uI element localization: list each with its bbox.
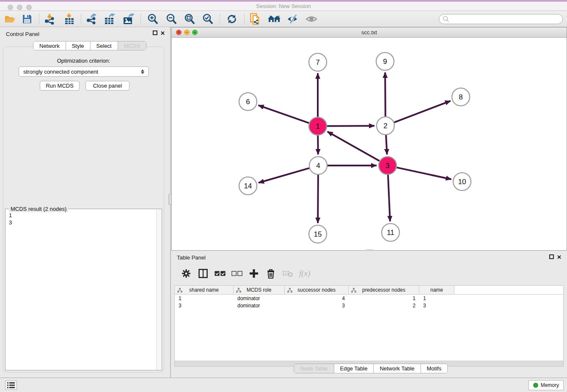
- graph-node-7[interactable]: 7: [309, 53, 327, 71]
- table-row[interactable]: 3 dominator 3 2 3: [175, 302, 563, 309]
- window-title: Session: New Session: [0, 3, 567, 9]
- show-graphics-details-button[interactable]: [305, 13, 318, 25]
- optimization-criterion-label: Optimization criterion:: [0, 58, 167, 64]
- svg-text:1: 1: [316, 122, 319, 130]
- graph-node-3[interactable]: 3: [379, 157, 396, 174]
- graph-edge-4-14[interactable]: [259, 168, 309, 183]
- graph-node-2[interactable]: 2: [377, 117, 394, 135]
- mcds-result-legend: MCDS result (2 nodes): [9, 206, 68, 212]
- task-history-button[interactable]: [5, 381, 17, 390]
- graph-edge-4-15[interactable]: [318, 175, 318, 223]
- export-table-button[interactable]: [103, 13, 117, 25]
- tab-node-table[interactable]: Node Table: [294, 364, 334, 373]
- zoom-fit-button[interactable]: [183, 13, 196, 25]
- deselect-all-rows-icon[interactable]: [231, 271, 242, 276]
- tab-edge-table[interactable]: Edge Table: [334, 364, 374, 373]
- column-header-predecessor-nodes[interactable]: predecessor nodes: [349, 286, 419, 294]
- cell-name: 3: [419, 303, 454, 309]
- column-header-successor-nodes[interactable]: successor nodes: [285, 286, 349, 294]
- graph-node-15[interactable]: 15: [309, 225, 327, 243]
- network-window-resize-handle[interactable]: [366, 249, 373, 251]
- svg-text:7: 7: [316, 58, 319, 66]
- tab-motifs[interactable]: Motifs: [421, 364, 448, 373]
- graph-edge-3-1[interactable]: [328, 132, 380, 161]
- graph-edge-2-3[interactable]: [386, 135, 387, 155]
- result-scrollbar[interactable]: [156, 210, 161, 370]
- run-mcds-button[interactable]: Run MCDS: [40, 81, 80, 91]
- mcds-result-box: MCDS result (2 nodes) 1 3: [5, 209, 162, 370]
- tab-network[interactable]: Network: [33, 41, 66, 50]
- float-panel-icon[interactable]: [153, 30, 157, 35]
- float-table-panel-icon[interactable]: [549, 254, 554, 259]
- home-button[interactable]: [267, 13, 281, 25]
- graph-node-4[interactable]: 4: [309, 157, 327, 174]
- svg-text:10: 10: [458, 178, 466, 186]
- tab-mcds[interactable]: MCDS: [118, 41, 146, 50]
- tab-style[interactable]: Style: [66, 41, 91, 50]
- add-column-icon[interactable]: [248, 269, 259, 278]
- refresh-view-button[interactable]: [225, 13, 239, 25]
- graph-edge-2-9[interactable]: [385, 72, 385, 116]
- graph-node-14[interactable]: 14: [239, 177, 257, 195]
- graph-edge-3-11[interactable]: [388, 175, 390, 221]
- close-table-panel-icon[interactable]: ✕: [557, 254, 561, 260]
- svg-text:4: 4: [316, 162, 320, 170]
- toolbar-separator: [39, 14, 39, 25]
- export-image-button[interactable]: [122, 13, 135, 25]
- network-graph-canvas[interactable]: 1234678910111415: [172, 38, 567, 251]
- function-builder-icon[interactable]: f(x): [299, 269, 310, 278]
- network-window-title: scc.txt: [172, 29, 567, 36]
- column-header-name[interactable]: name: [419, 286, 454, 294]
- column-type-icon: [177, 288, 182, 293]
- toolbar-separator: [244, 14, 245, 25]
- toolbar-separator: [140, 14, 141, 25]
- table-row[interactable]: 1 dominator 4 1 1: [175, 295, 563, 302]
- settings-gear-icon[interactable]: [181, 269, 192, 278]
- cell-name: 1: [419, 295, 454, 301]
- graph-node-9[interactable]: 9: [376, 52, 394, 70]
- graph-node-1[interactable]: 1: [309, 117, 327, 135]
- close-panel-icon[interactable]: ✕: [160, 30, 165, 36]
- column-header-shared-name[interactable]: shared name: [175, 286, 234, 294]
- graph-node-11[interactable]: 11: [382, 224, 399, 241]
- tab-network-table[interactable]: Network Table: [374, 364, 421, 373]
- cell-successor-nodes: 3: [285, 303, 349, 309]
- select-all-rows-icon[interactable]: [215, 271, 226, 276]
- save-session-button[interactable]: [20, 13, 34, 25]
- memory-button[interactable]: Memory: [528, 380, 564, 390]
- open-session-button[interactable]: [3, 13, 17, 25]
- zoom-out-button[interactable]: [165, 13, 178, 25]
- network-window-titlebar[interactable]: × − + scc.txt: [172, 28, 567, 38]
- clone-network-button[interactable]: [249, 13, 262, 25]
- close-panel-button[interactable]: Close panel: [85, 81, 129, 91]
- accent-strip: [0, 0, 567, 2]
- node-table[interactable]: shared name MCDS role successor nodes pr…: [174, 285, 564, 361]
- search-input[interactable]: [439, 14, 563, 24]
- delete-table-icon[interactable]: [282, 270, 293, 277]
- table-toolbar: f(x): [176, 265, 563, 282]
- zoom-selected-button[interactable]: [201, 13, 215, 25]
- mcds-result-text[interactable]: 1 3: [6, 212, 156, 369]
- graph-node-8[interactable]: 8: [452, 88, 470, 106]
- tab-select[interactable]: Select: [91, 41, 118, 50]
- svg-text:9: 9: [383, 58, 387, 66]
- graph-edge-1-6[interactable]: [259, 105, 309, 123]
- control-panel-title: Control Panel: [6, 31, 39, 37]
- export-image-icon: [123, 14, 134, 25]
- hide-graphics-details-button[interactable]: [286, 13, 300, 25]
- toggle-panel-columns-icon[interactable]: [198, 269, 209, 278]
- graph-node-10[interactable]: 10: [453, 173, 471, 190]
- svg-text:14: 14: [244, 182, 252, 190]
- import-network-button[interactable]: [43, 13, 57, 25]
- table-panel-title: Table Panel: [177, 254, 206, 261]
- optimization-criterion-select[interactable]: strongly connected component: [19, 66, 149, 77]
- import-table-button[interactable]: [63, 13, 76, 25]
- column-header-mcds-role[interactable]: MCDS role: [234, 286, 285, 294]
- graph-edge-1-2[interactable]: [327, 126, 374, 126]
- graph-node-6[interactable]: 6: [239, 93, 257, 110]
- delete-columns-icon[interactable]: [265, 269, 276, 279]
- graph-edge-2-8[interactable]: [394, 101, 451, 122]
- graph-edge-3-10[interactable]: [397, 168, 451, 179]
- export-network-button[interactable]: [85, 13, 99, 25]
- zoom-in-button[interactable]: [146, 13, 160, 25]
